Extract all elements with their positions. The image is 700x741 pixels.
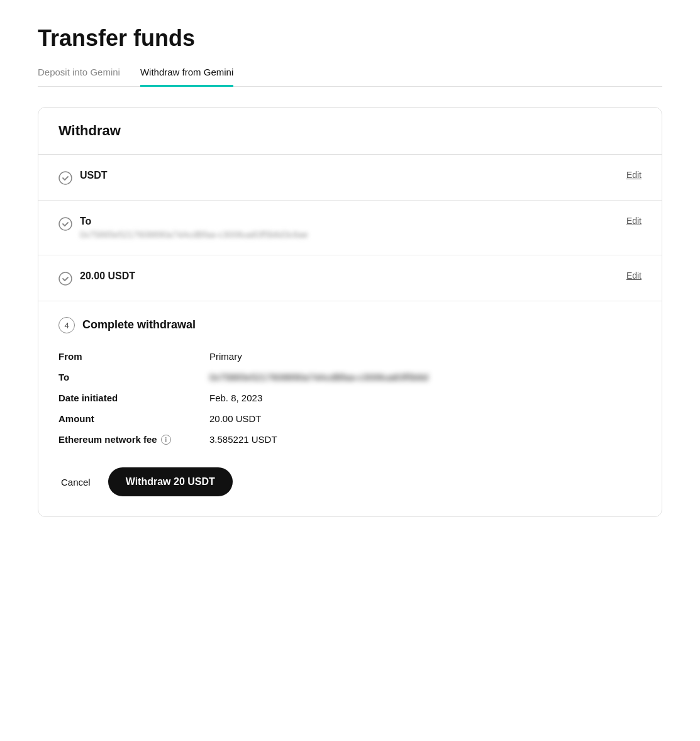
complete-title: Complete withdrawal: [82, 318, 196, 332]
usdt-label: USDT: [80, 170, 108, 181]
tab-withdraw[interactable]: Withdraw from Gemini: [140, 67, 233, 87]
to-section-left: To 0x75865e5217608890a74AcdBfaa-c3006ua8…: [58, 216, 308, 240]
detail-from-row: From Primary: [58, 346, 642, 367]
to-label-group: To 0x75865e5217608890a74AcdBfaa-c3006ua8…: [80, 216, 308, 240]
cancel-button[interactable]: Cancel: [58, 471, 93, 494]
action-buttons: Cancel Withdraw 20 USDT: [58, 467, 642, 496]
amount-label: 20.00 USDT: [80, 270, 135, 282]
detail-amount-key: Amount: [58, 413, 209, 424]
detail-to-row: To 0x75865e5217608890a74AcdBfaa-c3006ua8…: [58, 367, 642, 387]
tab-deposit[interactable]: Deposit into Gemini: [38, 67, 120, 87]
svg-point-1: [59, 218, 72, 230]
to-edit-link[interactable]: Edit: [626, 216, 642, 226]
detail-from-key: From: [58, 351, 209, 362]
usdt-check-icon: [58, 171, 72, 185]
complete-section: 4 Complete withdrawal From Primary To 0x…: [38, 301, 662, 516]
tab-bar: Deposit into Gemini Withdraw from Gemini: [38, 67, 662, 87]
amount-section: 20.00 USDT Edit: [38, 255, 662, 301]
to-section: To 0x75865e5217608890a74AcdBfaa-c3006ua8…: [38, 201, 662, 255]
fee-info-icon[interactable]: i: [161, 435, 171, 445]
detail-date-key: Date initiated: [58, 393, 209, 403]
detail-to-key: To: [58, 372, 209, 382]
detail-from-value: Primary: [209, 351, 242, 362]
amount-edit-link[interactable]: Edit: [626, 270, 642, 281]
detail-fee-key: Ethereum network fee i: [58, 434, 209, 445]
step-number: 4: [58, 317, 75, 333]
usdt-section-left: USDT: [58, 170, 108, 185]
to-label: To: [80, 216, 91, 226]
detail-fee-value: 3.585221 USDT: [209, 434, 277, 445]
usdt-edit-link[interactable]: Edit: [626, 170, 642, 180]
details-table: From Primary To 0x75865e5217608890a74Acd…: [58, 346, 642, 450]
amount-check-icon: [58, 272, 72, 286]
withdraw-button[interactable]: Withdraw 20 USDT: [108, 467, 233, 496]
transfer-card: Withdraw USDT Edit To 0x75865e5217608890…: [38, 107, 662, 517]
card-header-title: Withdraw: [58, 123, 121, 138]
amount-section-left: 20.00 USDT: [58, 270, 135, 286]
to-address: 0x75865e5217608890a74AcdBfaa-c3006ua83f5…: [80, 230, 308, 240]
detail-date-value: Feb. 8, 2023: [209, 393, 262, 403]
svg-point-0: [59, 172, 72, 184]
page-title: Transfer funds: [38, 25, 662, 52]
detail-fee-row: Ethereum network fee i 3.585221 USDT: [58, 429, 642, 450]
usdt-section: USDT Edit: [38, 155, 662, 201]
svg-point-2: [59, 272, 72, 285]
detail-amount-value: 20.00 USDT: [209, 413, 262, 424]
detail-to-value: 0x75865e5217608890a74AcdBfaa-c3006ua83f5…: [209, 372, 428, 382]
detail-date-row: Date initiated Feb. 8, 2023: [58, 387, 642, 408]
card-header: Withdraw: [38, 108, 662, 155]
detail-amount-row: Amount 20.00 USDT: [58, 408, 642, 429]
to-check-icon: [58, 217, 72, 231]
